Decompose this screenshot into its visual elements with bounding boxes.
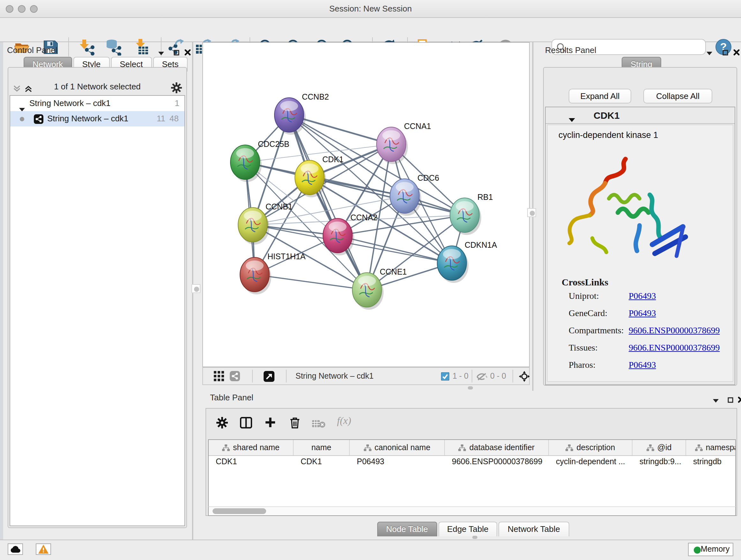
network-node-CCNB1[interactable] [238,207,269,245]
splitter-dot[interactable] [472,536,477,539]
collapse-panel-icon[interactable] [158,47,164,58]
network-node-CDC25B[interactable] [230,145,262,182]
string-results: Expand All Collapse All CDK1 cyclin-depe… [543,67,737,386]
show-columns-icon[interactable] [240,417,252,431]
cell[interactable]: 9606.ENSP00000378699 [445,456,549,468]
column-header-canonical-name[interactable]: canonical name [350,440,445,455]
tab-edge-table[interactable]: Edge Table [438,522,497,537]
close-panel-icon[interactable] [738,394,741,406]
memory-button[interactable]: Memory [688,543,733,556]
window-title: Session: New Session [0,4,741,13]
node-label-CDKN1A: CDKN1A [465,240,497,249]
close-panel-icon[interactable] [733,47,740,58]
crosslink-row: Uniprot:P06493 [569,291,599,301]
divider-handle[interactable] [192,284,200,293]
crosslink-link[interactable]: P06493 [629,308,656,319]
network-share-icon [34,114,44,129]
node-label-CDC6: CDC6 [417,173,439,182]
table-panel-body: f(x) shared namenamecanonical namedataba… [205,408,737,516]
network-node-RB1[interactable] [450,198,481,235]
column-header-@id[interactable]: @id [632,440,686,455]
network-row-selected[interactable]: String Network – cdk1 11 48 [10,111,185,126]
toolbar-separator [472,370,472,382]
collapse-panel-icon[interactable] [713,394,719,406]
node-label-CCNB1: CCNB1 [266,202,293,211]
network-selection-status: 1 of 1 Network selected [8,82,186,91]
table-body: CDK1CDK1P064939606.ENSP00000378699cyclin… [209,456,735,468]
crosslink-link[interactable]: P06493 [629,360,656,370]
hidden-eye-icon[interactable] [476,373,488,382]
network-edge[interactable] [255,274,367,290]
close-panel-icon[interactable] [185,47,191,58]
gene-section-header[interactable]: CDK1 [546,107,735,124]
crosslink-label: Tissues: [569,343,598,353]
collapse-panel-icon[interactable] [706,47,712,58]
cell[interactable]: P06493 [350,456,445,468]
network-canvas[interactable]: CCNB2CCNA1CDC25BCDK1CDC6RB1CCNB1CCNA2CDK… [202,42,530,367]
divider-handle[interactable] [527,208,536,217]
table-row[interactable]: CDK1CDK1P064939606.ENSP00000378699cyclin… [209,456,735,468]
float-panel-icon[interactable] [723,47,728,58]
tab-network-table[interactable]: Network Table [499,522,569,537]
cell[interactable]: CDK1 [209,456,293,468]
toolbar-separator [513,370,513,382]
crosslink-link[interactable]: 9606.ENSP00000378699 [629,326,720,336]
gear-icon[interactable] [171,82,182,96]
scrollbar-thumb[interactable] [212,508,266,514]
node-label-HIST1H1A: HIST1H1A [267,252,306,261]
node-label-CDK1: CDK1 [322,155,344,164]
gene-section-body: cyclin-dependent kinase 1 [547,125,733,382]
crosslink-row: Pharos:P06493 [569,360,596,370]
node-label-CDC25B: CDC25B [258,139,289,148]
section-collapse-triangle-icon[interactable] [569,114,575,125]
crosslink-link[interactable]: 9606.ENSP00000378699 [629,343,720,353]
function-builder-icon[interactable]: f(x) [337,415,351,427]
network-node-CDC6[interactable] [390,179,421,216]
delete-column-icon[interactable] [290,417,300,431]
network-node-HIST1H1A[interactable] [240,257,271,294]
float-panel-icon[interactable] [728,394,733,406]
network-node-CCNE1[interactable] [352,273,384,310]
grid-view-icon[interactable] [214,371,224,383]
column-header-database-identifier[interactable]: database identifier [445,440,549,455]
network-share-icon-gray[interactable] [230,371,240,383]
add-column-icon[interactable] [265,417,276,430]
column-header-description[interactable]: description [549,440,632,455]
results-panel-title: Results Panel [545,45,596,55]
birdseye-crosshair-icon[interactable] [519,371,530,384]
crosslink-link[interactable]: P06493 [629,291,656,301]
column-header-name[interactable]: name [293,440,350,455]
cell[interactable]: stringdb [686,456,736,468]
collapse-all-button[interactable]: Collapse All [643,89,712,104]
delete-table-icon[interactable] [312,419,326,430]
crosslink-row: Compartments:9606.ENSP00000378699 [569,326,624,336]
cloud-icon [10,546,20,553]
column-header-namespace[interactable]: namespace [686,440,736,455]
cell[interactable]: stringdb:9... [632,456,686,468]
network-node-CDKN1A[interactable] [437,246,468,283]
network-node-CDK1[interactable] [295,160,326,197]
warning-button[interactable] [36,543,51,555]
expand-all-button[interactable]: Expand All [569,89,631,104]
network-edge[interactable] [289,115,367,290]
crosslink-label: Uniprot: [569,291,599,301]
cell[interactable]: CDK1 [293,456,350,468]
network-collection-row[interactable]: String Network – cdk1 1 [10,96,185,111]
horizontal-scrollbar[interactable] [208,506,736,516]
network-node-CCNA2[interactable] [323,219,354,255]
float-panel-icon[interactable] [174,47,179,58]
cell[interactable]: cyclin-dependent ... [549,456,632,468]
column-header-shared-name[interactable]: shared name [209,440,293,455]
toolbar-separator [286,370,286,382]
edge-count: 48 [170,111,179,126]
splitter-dot[interactable] [468,386,473,389]
cloud-button[interactable] [8,543,23,555]
tab-node-table[interactable]: Node Table [377,522,437,537]
network-node-CCNA1[interactable] [377,127,408,164]
selected-count: 1 - 0 [453,368,468,384]
table-gear-icon[interactable] [216,417,228,431]
gene-name: CDK1 [594,110,620,121]
network-node-CCNB2[interactable] [274,98,306,135]
detach-view-button[interactable] [264,371,274,384]
selected-checkbox-icon[interactable] [441,372,449,382]
